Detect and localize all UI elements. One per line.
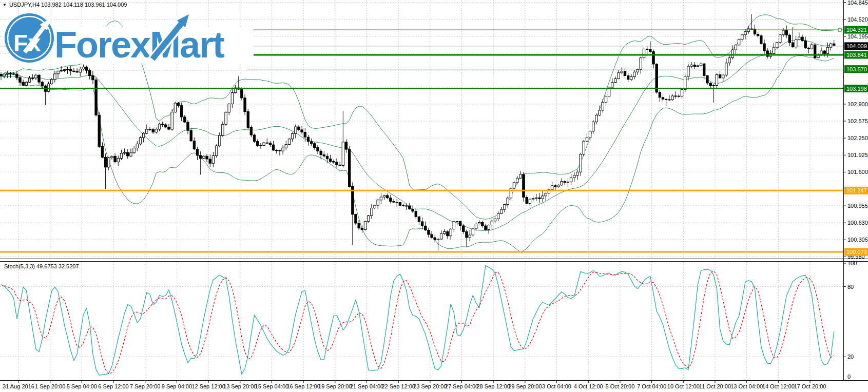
price-axis-label: 102.250	[847, 135, 868, 141]
price-level-badge: 103.841	[846, 52, 867, 58]
price-level-badge: 101.247	[846, 187, 867, 193]
time-axis-label: 17 Oct 20:00	[794, 383, 826, 389]
time-axis-label: 13 Sep 20:00	[223, 383, 257, 389]
time-axis-label: 4 Oct 12:00	[574, 383, 603, 389]
time-axis-label: 3 Oct 04:00	[542, 383, 571, 389]
line-handle-marker[interactable]	[838, 28, 841, 31]
time-axis-label: 9 Sep 04:00	[162, 383, 192, 389]
time-axis-label: 16 Sep 12:00	[286, 383, 320, 389]
price-level-badge: 104.321	[846, 27, 867, 33]
time-axis-label: 7 Sep 20:00	[130, 383, 160, 389]
time-axis-label: 28 Sep 12:00	[476, 383, 510, 389]
time-axis-label: 1 Sep 20:00	[35, 383, 65, 389]
price-axis-label: 104.845	[847, 0, 868, 6]
price-axis-label: 102.575	[847, 118, 868, 124]
time-axis-label: 5 Sep 04:00	[67, 383, 97, 389]
price-level-badge: 103.198	[846, 86, 867, 92]
mt4-chart-window: 104.845104.520104.195102.900102.575102.2…	[0, 0, 868, 392]
time-axis-label: 22 Sep 12:00	[381, 383, 415, 389]
time-axis-label: 11 Oct 20:00	[699, 383, 731, 389]
price-level-badge: 104.009	[846, 43, 867, 49]
stoch-axis-label: 100	[847, 260, 857, 266]
time-axis-label: 5 Oct 20:00	[605, 383, 634, 389]
price-axis-label: 100.305	[847, 237, 868, 243]
price-axis[interactable]: 104.845104.520104.195102.900102.575102.2…	[843, 0, 868, 260]
price-level-badge: 103.570	[846, 66, 867, 72]
price-axis-label: 101.600	[847, 169, 868, 175]
stochastic-lines[interactable]	[1, 266, 834, 376]
stoch-axis-label: 80	[847, 284, 854, 290]
time-axis-label: 13 Oct 04:00	[730, 383, 763, 389]
price-level-badge: 100.073	[846, 249, 867, 255]
time-axis-label: 15 Sep 04:00	[255, 383, 288, 389]
stochastic-k-line	[1, 266, 834, 376]
price-axis-label: 100.955	[847, 203, 868, 209]
stoch-axis-label: 20	[847, 354, 854, 360]
time-axis-label: 12 Sep 12:00	[191, 383, 225, 389]
time-axis-label: 31 Aug 2016	[3, 383, 34, 389]
stochastic-indicator-label: Stoch(5,3,3) 49.6753 32.5207	[4, 263, 79, 269]
price-axis-label: 104.520	[847, 16, 868, 23]
stochastic-axis[interactable]: 10080200	[843, 260, 857, 380]
chart-title-bar: ▼ USDJPY,H4 103.982 104.118 103.961 104.…	[3, 2, 127, 8]
time-axis-label: 10 Oct 12:00	[667, 383, 700, 389]
stoch-axis-label: 0	[847, 374, 851, 380]
time-axis-label: 19 Sep 20:00	[318, 383, 352, 389]
chevron-down-icon[interactable]: ▼	[3, 3, 7, 7]
time-axis-label: 6 Sep 12:00	[98, 383, 128, 389]
price-axis-label: 101.925	[847, 152, 868, 158]
time-axis[interactable]: 31 Aug 20161 Sep 20:005 Sep 04:006 Sep 1…	[3, 381, 826, 389]
time-axis-label: 29 Sep 20:00	[508, 383, 542, 389]
time-axis-label: 27 Sep 04:00	[445, 383, 478, 389]
forexmart-logo: Fx ForexMart	[3, 11, 256, 67]
price-axis-label: 104.195	[847, 33, 868, 40]
price-axis-label: 102.900	[847, 101, 868, 107]
price-axis-label: 100.630	[847, 220, 868, 226]
logo-wordmark: ForexMart	[54, 24, 225, 65]
time-axis-label: 7 Oct 04:00	[637, 383, 666, 389]
symbol-ohlc-title: USDJPY,H4 103.982 104.118 103.961 104.00…	[9, 2, 127, 8]
time-axis-label: 23 Sep 20:00	[413, 383, 447, 389]
time-axis-label: 14 Oct 12:00	[762, 383, 795, 389]
time-axis-label: 21 Sep 04:00	[350, 383, 383, 389]
